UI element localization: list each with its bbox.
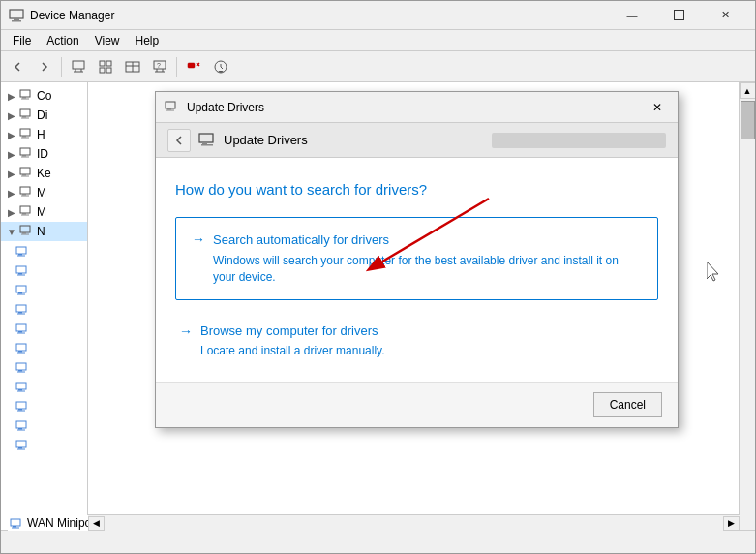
tree-item-n[interactable]: ▼ N bbox=[1, 222, 87, 241]
close-button[interactable]: ✕ bbox=[703, 1, 747, 30]
tree-item-co[interactable]: ▶ Co bbox=[1, 86, 87, 106]
svg-rect-0 bbox=[10, 10, 23, 18]
svg-rect-84 bbox=[199, 134, 213, 142]
svg-rect-43 bbox=[22, 213, 26, 215]
svg-rect-56 bbox=[17, 294, 25, 295]
svg-rect-50 bbox=[17, 256, 25, 257]
toolbar-separator-1 bbox=[61, 57, 62, 77]
expand-icon: ▶ bbox=[5, 167, 18, 180]
svg-rect-29 bbox=[21, 118, 29, 119]
svg-rect-3 bbox=[674, 11, 683, 20]
svg-rect-35 bbox=[21, 157, 29, 158]
tree-sub-item-2[interactable] bbox=[1, 261, 87, 280]
svg-rect-55 bbox=[18, 292, 22, 294]
svg-rect-34 bbox=[22, 155, 26, 157]
svg-rect-61 bbox=[18, 331, 22, 333]
svg-rect-31 bbox=[22, 136, 26, 138]
maximize-button[interactable] bbox=[656, 1, 701, 30]
svg-rect-36 bbox=[20, 168, 30, 174]
dialog-back-button[interactable] bbox=[167, 129, 191, 152]
dialog-overlay: Update Drivers ✕ Update Drivers How do y… bbox=[77, 52, 756, 554]
svg-rect-70 bbox=[18, 389, 22, 391]
tree-label-ke: Ke bbox=[37, 167, 51, 180]
svg-rect-44 bbox=[21, 215, 29, 216]
device-icon bbox=[18, 204, 34, 220]
menu-view[interactable]: View bbox=[87, 32, 128, 49]
network-icon bbox=[15, 282, 30, 297]
minimize-button[interactable]: — bbox=[610, 1, 654, 30]
network-icon bbox=[15, 437, 30, 452]
svg-rect-76 bbox=[18, 428, 22, 430]
option-auto-label: Search automatically for drivers bbox=[213, 232, 389, 247]
back-button[interactable] bbox=[5, 55, 30, 78]
tree-item-m1[interactable]: ▶ M bbox=[1, 183, 87, 202]
update-drivers-dialog: Update Drivers ✕ Update Drivers How do y… bbox=[155, 91, 679, 428]
option-arrow-icon: → bbox=[179, 323, 193, 339]
tree-sub-item-6[interactable] bbox=[1, 338, 87, 357]
svg-rect-75 bbox=[16, 421, 26, 428]
svg-rect-25 bbox=[22, 97, 26, 99]
svg-rect-83 bbox=[166, 109, 174, 110]
tree-sub-item-5[interactable] bbox=[1, 319, 87, 338]
tree-item-id[interactable]: ▶ ID bbox=[1, 144, 87, 164]
dialog-close-button[interactable]: ✕ bbox=[645, 97, 670, 118]
scroll-left[interactable]: ◀ bbox=[88, 516, 105, 531]
menu-help[interactable]: Help bbox=[128, 32, 167, 49]
dialog-title-text: Update Drivers bbox=[187, 101, 645, 114]
device-icon bbox=[18, 224, 34, 239]
svg-rect-32 bbox=[21, 138, 29, 138]
svg-rect-47 bbox=[21, 234, 29, 235]
tree-sub-item-11[interactable] bbox=[1, 435, 87, 454]
network-icon bbox=[15, 262, 30, 278]
svg-rect-72 bbox=[16, 402, 26, 409]
svg-rect-38 bbox=[21, 176, 29, 177]
svg-rect-64 bbox=[18, 351, 22, 353]
svg-rect-37 bbox=[22, 174, 26, 176]
network-icon bbox=[15, 340, 30, 355]
tree-sub-item-10[interactable] bbox=[1, 416, 87, 435]
tree-sub-item-7[interactable] bbox=[1, 357, 87, 377]
menu-action[interactable]: Action bbox=[39, 32, 86, 49]
menu-file[interactable]: File bbox=[5, 32, 39, 49]
menu-bar: File Action View Help bbox=[1, 30, 755, 51]
dialog-header: Update Drivers bbox=[156, 123, 678, 158]
tree-sub-item-1[interactable] bbox=[1, 241, 87, 261]
svg-rect-42 bbox=[20, 206, 30, 213]
tree-item-h[interactable]: ▶ H bbox=[1, 125, 87, 144]
option-auto-description: Windows will search your computer for th… bbox=[192, 253, 642, 286]
svg-rect-53 bbox=[17, 275, 25, 276]
network-icon bbox=[15, 301, 30, 317]
device-icon bbox=[18, 185, 34, 200]
tree-sub-item-4[interactable] bbox=[1, 299, 87, 319]
tree-item-m2[interactable]: ▶ M bbox=[1, 202, 87, 222]
svg-rect-57 bbox=[16, 305, 26, 312]
horizontal-scrollbar[interactable]: ◀ ▶ bbox=[88, 514, 740, 531]
tree-sub-item-8[interactable] bbox=[1, 377, 87, 396]
cancel-button[interactable]: Cancel bbox=[593, 392, 662, 417]
svg-rect-54 bbox=[16, 286, 26, 292]
device-tree: ▶ Co ▶ Di ▶ H ▶ bbox=[1, 82, 88, 530]
dialog-title-bar: Update Drivers ✕ bbox=[156, 92, 678, 123]
svg-rect-59 bbox=[17, 314, 25, 315]
option-browse-label: Browse my computer for drivers bbox=[200, 323, 378, 338]
tree-item-di[interactable]: ▶ Di bbox=[1, 106, 87, 125]
window-controls: — ✕ bbox=[610, 1, 747, 30]
tree-label-h: H bbox=[37, 128, 45, 141]
scroll-right[interactable]: ▶ bbox=[723, 516, 740, 531]
svg-rect-27 bbox=[20, 109, 30, 116]
tree-label-id: ID bbox=[37, 147, 48, 161]
option-browse-title: → Browse my computer for drivers bbox=[179, 323, 654, 339]
tree-sub-item-3[interactable] bbox=[1, 280, 87, 299]
dialog-body: How do you want to search for drivers? →… bbox=[156, 158, 678, 382]
tree-label-di: Di bbox=[37, 108, 47, 122]
search-automatically-option[interactable]: → Search automatically for drivers Windo… bbox=[175, 217, 658, 300]
svg-rect-85 bbox=[202, 142, 207, 144]
dialog-footer: Cancel bbox=[156, 382, 678, 427]
svg-rect-51 bbox=[16, 266, 26, 273]
browse-computer-option[interactable]: → Browse my computer for drivers Locate … bbox=[175, 316, 658, 367]
svg-rect-73 bbox=[18, 409, 22, 411]
tree-item-ke[interactable]: ▶ Ke bbox=[1, 164, 87, 183]
tree-sub-item-9[interactable] bbox=[1, 396, 87, 416]
expand-icon: ▶ bbox=[5, 89, 18, 103]
forward-button[interactable] bbox=[32, 55, 57, 78]
